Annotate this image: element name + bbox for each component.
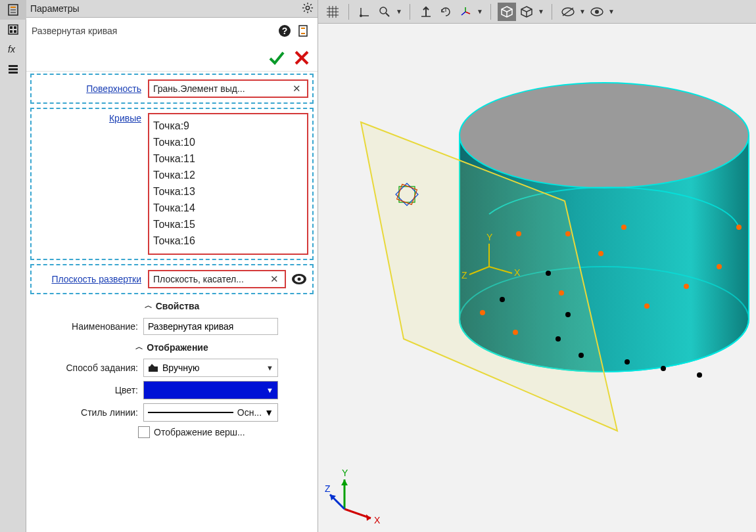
- panel-title: Параметры: [30, 3, 302, 14]
- linestyle-select[interactable]: Осн... ▼: [143, 403, 278, 422]
- surface-label[interactable]: Поверхность: [35, 83, 144, 94]
- list-item[interactable]: Точка:11: [153, 151, 303, 167]
- surface-field[interactable]: Грань.Элемент выд... ✕: [148, 79, 308, 98]
- color-select[interactable]: ▼: [143, 381, 278, 399]
- viewport[interactable]: ▼ ▼ ▼ ▼ ▼: [318, 0, 756, 532]
- svg-point-41: [360, 14, 362, 17]
- svg-rect-8: [14, 30, 16, 33]
- display-header[interactable]: ︿ Отображение: [26, 338, 318, 357]
- list-item[interactable]: Точка:12: [153, 167, 303, 184]
- axis-up-icon[interactable]: [417, 3, 435, 21]
- svg-text:Y: Y: [342, 468, 348, 478]
- svg-point-78: [697, 372, 702, 378]
- list-item[interactable]: Точка:10: [153, 135, 303, 151]
- svg-point-13: [306, 6, 309, 9]
- axis-widget[interactable]: X Y Z: [325, 466, 384, 525]
- hide-icon[interactable]: [559, 3, 577, 21]
- vertices-checkbox[interactable]: [138, 426, 150, 438]
- properties-title: Свойства: [156, 301, 200, 311]
- zoom-dropdown[interactable]: ▼: [395, 3, 403, 21]
- svg-line-49: [461, 12, 465, 15]
- color-row: Цвет: ▼: [26, 379, 318, 401]
- svg-point-70: [621, 225, 626, 230]
- svg-point-60: [480, 310, 485, 315]
- svg-line-20: [304, 11, 305, 12]
- svg-point-67: [736, 225, 742, 230]
- menu-icon[interactable]: [0, 59, 26, 79]
- linestyle-row: Стиль линии: Осн... ▼: [26, 401, 318, 424]
- svg-line-47: [465, 12, 470, 14]
- csys-icon[interactable]: [456, 3, 475, 21]
- fx-icon[interactable]: fx: [0, 39, 26, 59]
- svg-point-74: [555, 336, 561, 342]
- show-dropdown[interactable]: ▼: [607, 3, 615, 21]
- list-item[interactable]: Точка:15: [153, 217, 303, 233]
- color-label: Цвет:: [33, 385, 138, 395]
- svg-point-66: [717, 264, 722, 269]
- name-input[interactable]: [143, 318, 278, 335]
- svg-line-18: [304, 4, 305, 5]
- hide-dropdown[interactable]: ▼: [579, 3, 586, 21]
- curves-label[interactable]: Кривые: [35, 113, 144, 123]
- pin-icon[interactable]: [294, 22, 312, 40]
- zoom-icon[interactable]: [375, 3, 394, 21]
- scene-3d[interactable]: X Y Z: [318, 24, 756, 532]
- svg-point-65: [684, 284, 689, 289]
- list-item[interactable]: Точка:9: [153, 118, 303, 135]
- sheet-icon[interactable]: [0, 20, 26, 39]
- cancel-button[interactable]: [291, 47, 312, 68]
- help-icon[interactable]: ?: [275, 22, 294, 40]
- method-row: Способ задания: Вручную ▼: [26, 357, 318, 379]
- chevron-up-icon: ︿: [145, 300, 153, 311]
- svg-point-58: [460, 83, 749, 188]
- axis-y-label: Y: [486, 232, 493, 242]
- csys-dropdown[interactable]: ▼: [476, 3, 484, 21]
- grid-icon[interactable]: [323, 3, 342, 21]
- unfold-plane-label[interactable]: Плоскость развертки: [35, 274, 144, 284]
- svg-point-76: [625, 359, 630, 365]
- unfold-plane-field[interactable]: Плоскость, касател... ✕: [148, 270, 286, 288]
- origin-icon[interactable]: [356, 3, 374, 21]
- svg-point-71: [500, 297, 505, 302]
- shade-dropdown[interactable]: ▼: [537, 3, 545, 21]
- linestyle-value: Осн...: [237, 407, 262, 418]
- svg-text:?: ?: [282, 26, 288, 36]
- properties-header[interactable]: ︿ Свойства: [26, 296, 318, 315]
- svg-text:X: X: [374, 515, 381, 525]
- method-label: Способ задания:: [33, 363, 138, 373]
- list-item[interactable]: Точка:16: [153, 233, 303, 250]
- vertices-label: Отображение верш...: [154, 427, 245, 437]
- method-select[interactable]: Вручную ▼: [143, 359, 278, 377]
- chevron-up-icon: ︿: [135, 342, 143, 353]
- gear-icon[interactable]: [302, 2, 314, 16]
- svg-point-62: [559, 290, 564, 296]
- list-item[interactable]: Точка:14: [153, 200, 303, 217]
- curves-list[interactable]: Точка:9 Точка:10 Точка:11 Точка:12 Точка…: [148, 113, 308, 255]
- unfold-plane-clear-icon[interactable]: ✕: [268, 273, 281, 285]
- svg-point-77: [661, 366, 666, 371]
- panel-actions: [26, 44, 318, 72]
- surface-section: Поверхность Грань.Элемент выд... ✕: [30, 74, 314, 104]
- surface-clear-icon[interactable]: ✕: [291, 83, 303, 95]
- name-label: Наименование:: [33, 321, 138, 332]
- rotate-view-icon[interactable]: [437, 3, 455, 21]
- show-icon[interactable]: [588, 3, 606, 21]
- svg-point-73: [565, 312, 571, 317]
- eye-plane-icon[interactable]: [290, 270, 308, 288]
- svg-rect-6: [14, 26, 16, 29]
- svg-point-42: [380, 7, 387, 14]
- accept-button[interactable]: [266, 47, 287, 68]
- svg-point-31: [298, 278, 301, 281]
- plane-section: Плоскость развертки Плоскость, касател..…: [30, 264, 314, 294]
- method-value: Вручную: [162, 363, 266, 373]
- svg-point-63: [598, 251, 603, 256]
- feature-tree-icon[interactable]: [0, 0, 26, 20]
- svg-point-69: [565, 231, 571, 236]
- shade-box-icon[interactable]: [498, 3, 516, 21]
- svg-point-72: [546, 271, 551, 276]
- wire-box-icon[interactable]: [517, 3, 536, 21]
- chevron-down-icon: ▼: [266, 386, 273, 394]
- panel-subheader: Развернутая кривая ?: [26, 18, 318, 44]
- list-item[interactable]: Точка:13: [153, 184, 303, 200]
- svg-point-61: [513, 330, 518, 335]
